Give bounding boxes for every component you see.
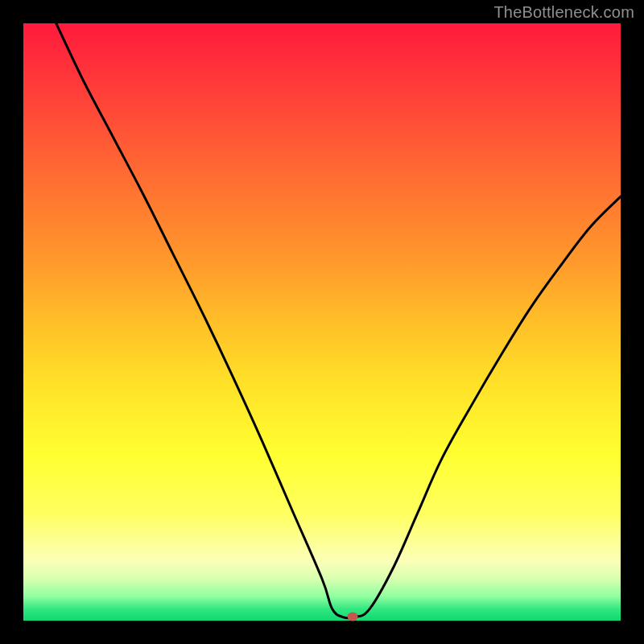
- plot-area: [23, 23, 621, 621]
- bottleneck-curve: [23, 23, 621, 621]
- watermark-text: TheBottleneck.com: [493, 3, 634, 22]
- chart-frame: TheBottleneck.com: [0, 0, 644, 644]
- optimum-marker: [347, 612, 357, 621]
